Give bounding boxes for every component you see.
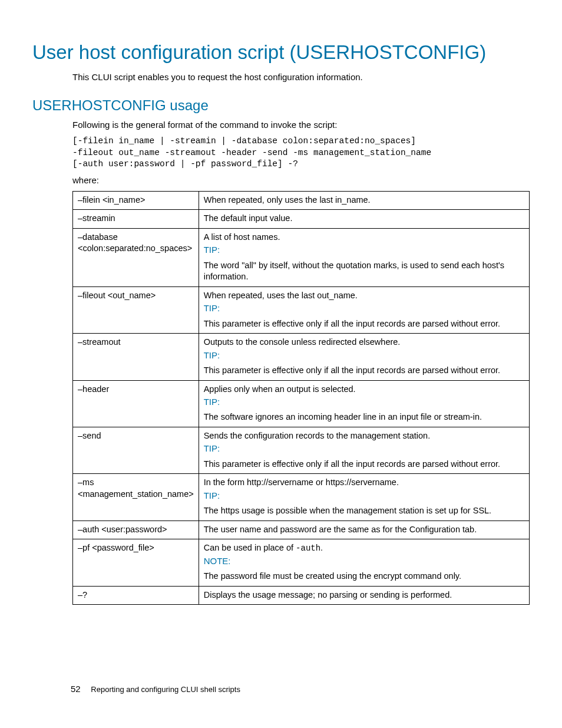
description-cell: In the form http://servername or https:/… <box>199 474 529 521</box>
description-cell: Outputs to the console unless redirected… <box>199 334 529 380</box>
table-row: –sendSends the configuration records to … <box>73 427 530 473</box>
description-cell: Displays the usage message; no parsing o… <box>199 586 529 605</box>
tip-label: TIP: <box>204 490 524 502</box>
option-cell: –pf <password_file> <box>73 539 199 587</box>
tip-label: TIP: <box>204 244 524 256</box>
description-cell: A list of host names.TIP:The word "all" … <box>199 228 529 286</box>
usage-intro: Following is the general format of the c… <box>72 120 530 130</box>
table-row: –?Displays the usage message; no parsing… <box>73 586 530 605</box>
option-cell: –auth <user:password> <box>73 521 199 539</box>
table-row: –ms <management_station_name>In the form… <box>73 474 530 521</box>
table-row: –auth <user:password>The user name and p… <box>73 521 530 539</box>
option-cell: –send <box>73 427 199 473</box>
option-cell: –? <box>73 586 199 605</box>
description-cell: When repeated, only uses the last in_nam… <box>199 191 529 210</box>
table-row: –streamoutOutputs to the console unless … <box>73 334 530 380</box>
note-label: NOTE: <box>204 555 524 567</box>
page-footer: 52 Reporting and configuring CLUI shell … <box>71 684 240 694</box>
code-block: [-filein in_name | -streamin | -database… <box>72 136 530 170</box>
table-row: –filein <in_name>When repeated, only use… <box>73 191 530 210</box>
option-cell: –streamout <box>73 334 199 380</box>
where-label: where: <box>72 175 530 185</box>
chapter-title: Reporting and configuring CLUI shell scr… <box>91 685 240 694</box>
section-heading: USERHOSTCONFIG usage <box>32 97 530 114</box>
tip-label: TIP: <box>204 350 524 361</box>
description-cell: Can be used in place of -auth.NOTE:The p… <box>199 539 529 587</box>
option-cell: –database <colon:separated:no_spaces> <box>73 228 199 286</box>
tip-label: TIP: <box>204 302 524 314</box>
params-table: –filein <in_name>When repeated, only use… <box>72 191 530 605</box>
option-cell: –ms <management_station_name> <box>73 474 199 521</box>
description-cell: Applies only when an output is selected.… <box>199 380 529 427</box>
description-cell: The default input value. <box>199 210 529 229</box>
description-cell: The user name and password are the same … <box>199 521 529 539</box>
option-cell: –fileout <out_name> <box>73 286 199 333</box>
intro-text: This CLUI script enables you to request … <box>72 72 530 82</box>
description-cell: When repeated, uses the last out_name.TI… <box>199 286 529 333</box>
tip-label: TIP: <box>204 396 524 408</box>
description-cell: Sends the configuration records to the m… <box>199 427 529 473</box>
page-number: 52 <box>71 684 81 694</box>
option-cell: –header <box>73 380 199 427</box>
table-row: –pf <password_file>Can be used in place … <box>73 539 530 587</box>
option-cell: –filein <in_name> <box>73 191 199 210</box>
table-row: –fileout <out_name>When repeated, uses t… <box>73 286 530 333</box>
table-row: –headerApplies only when an output is se… <box>73 380 530 427</box>
table-row: –database <colon:separated:no_spaces>A l… <box>73 228 530 286</box>
option-cell: –streamin <box>73 210 199 229</box>
table-row: –streaminThe default input value. <box>73 210 530 229</box>
page-title: User host configuration script (USERHOST… <box>32 41 530 64</box>
tip-label: TIP: <box>204 443 524 454</box>
